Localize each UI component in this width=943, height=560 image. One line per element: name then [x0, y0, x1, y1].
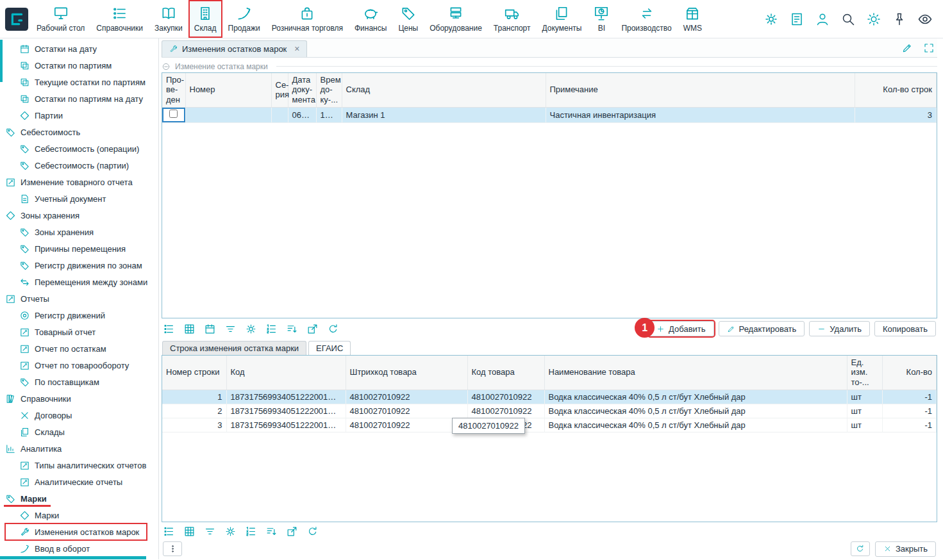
- col-header-ed-izm[interactable]: Ед. изм. то-...: [847, 356, 882, 390]
- topbar-item[interactable]: Транспорт: [488, 0, 537, 38]
- sortlines-icon[interactable]: [265, 525, 278, 538]
- viewlist-icon[interactable]: [163, 323, 175, 335]
- sidebar-horizontal-scrollbar[interactable]: [0, 556, 146, 559]
- sidebar-item[interactable]: Марки: [5, 490, 51, 507]
- export-icon[interactable]: [306, 323, 319, 335]
- topbar-item[interactable]: Справочники: [90, 0, 149, 38]
- topbar-item[interactable]: Склад: [188, 0, 222, 38]
- tab-egais[interactable]: ЕГАИС: [308, 341, 351, 355]
- col-header-shtrihkod[interactable]: Штрихкод товара: [346, 356, 467, 390]
- sidebar-item[interactable]: Зоны хранения: [5, 224, 158, 240]
- sidebar-item[interactable]: Остатки по партиям: [5, 57, 158, 74]
- numlist-icon[interactable]: [245, 525, 257, 538]
- topbar-item[interactable]: Финансы: [349, 0, 392, 38]
- edit-mode-icon[interactable]: [901, 42, 913, 54]
- sidebar-item[interactable]: По поставщикам: [5, 374, 158, 390]
- edit-button[interactable]: Редактировать: [719, 321, 805, 336]
- eye-icon[interactable]: [917, 12, 933, 27]
- col-header-naimenovanie[interactable]: Наименование товара: [544, 356, 847, 390]
- gear-icon[interactable]: [764, 12, 779, 27]
- sidebar-item[interactable]: Справочники: [5, 390, 158, 407]
- gear-icon[interactable]: [245, 323, 257, 335]
- sidebar-item[interactable]: Типы аналитических отчетов: [5, 457, 158, 474]
- sidebar-item[interactable]: Партии: [5, 107, 158, 124]
- grid-icon[interactable]: [183, 323, 196, 335]
- col-header-sklad[interactable]: Склад: [342, 73, 546, 107]
- col-header-primechanie[interactable]: Примечание: [546, 73, 855, 107]
- sidebar-item[interactable]: Договоры: [5, 407, 158, 424]
- refresh-button[interactable]: [851, 541, 870, 556]
- topbar-item[interactable]: Производство: [615, 0, 677, 38]
- sidebar-item[interactable]: Склады: [5, 424, 158, 440]
- sidebar-item[interactable]: Текущие остатки по партиям: [5, 74, 158, 90]
- sidebar-item[interactable]: Ввод в оборот: [5, 540, 158, 557]
- sun-icon[interactable]: [866, 12, 881, 27]
- sidebar-item[interactable]: Регистр движений: [5, 307, 158, 324]
- sidebar-item[interactable]: Зоны хранения: [5, 207, 158, 224]
- fullscreen-icon[interactable]: [923, 42, 935, 54]
- sidebar-item[interactable]: Аналитические отчеты: [5, 474, 158, 490]
- sidebar-item[interactable]: Регистр движения по зонам: [5, 257, 158, 274]
- sidebar-item[interactable]: Товарный отчет: [5, 324, 158, 340]
- search-icon[interactable]: [840, 12, 856, 27]
- proveden-checkbox[interactable]: [169, 110, 178, 118]
- tab-close-icon[interactable]: ×: [294, 44, 299, 54]
- app-logo[interactable]: [3, 0, 31, 38]
- col-header-kod[interactable]: Код: [226, 356, 346, 390]
- tab-stroka-izmeneniya[interactable]: Строка изменения остатка марки: [162, 341, 306, 355]
- sidebar-item[interactable]: Аналитика: [5, 440, 158, 457]
- col-header-vremya[interactable]: Врем до- ку-...: [316, 73, 342, 107]
- topbar-item[interactable]: BI: [587, 0, 615, 38]
- sidebar-item[interactable]: Себестоимость: [5, 124, 158, 140]
- line-row[interactable]: 2 187317569934051222001SBAV... 481002701…: [162, 404, 937, 418]
- col-header-kolvo-strok[interactable]: Кол-во строк: [855, 73, 937, 107]
- sidebar-item[interactable]: Отчет по остаткам: [5, 340, 158, 357]
- topbar-item[interactable]: Закупки: [149, 0, 188, 38]
- calendar-icon[interactable]: [204, 323, 216, 335]
- sidebar-item[interactable]: Себестоимость (операции): [5, 140, 158, 157]
- filter-icon[interactable]: [224, 323, 237, 335]
- topbar-item[interactable]: Цены: [392, 0, 424, 38]
- col-header-kolvo[interactable]: Кол-во: [882, 356, 937, 390]
- close-button[interactable]: Закрыть: [875, 541, 936, 557]
- sidebar-vertical-scrollbar[interactable]: [0, 40, 3, 82]
- sidebar-item[interactable]: Изменение товарного отчета: [5, 174, 158, 190]
- sidebar-item[interactable]: Остатки по партиям на дату: [5, 90, 158, 107]
- tab-izmeneniya-ostatkov-marok[interactable]: Изменения остатков марок ×: [162, 40, 307, 57]
- sortlines-icon[interactable]: [286, 323, 298, 335]
- user-icon[interactable]: [815, 12, 830, 27]
- topbar-item[interactable]: Документы: [537, 0, 588, 38]
- sidebar-item[interactable]: Учетный документ: [5, 190, 158, 207]
- col-header-seriya[interactable]: Се- рия: [271, 73, 288, 107]
- topbar-item[interactable]: Продажи: [222, 0, 266, 38]
- line-row[interactable]: 3 187317569934051222001SBAV... 481002701…: [162, 418, 937, 432]
- more-actions-button[interactable]: [163, 541, 182, 556]
- refresh-icon[interactable]: [327, 323, 339, 335]
- sidebar-item[interactable]: Изменения остатков марок: [5, 523, 147, 540]
- export-icon[interactable]: [286, 525, 298, 538]
- sidebar-item[interactable]: Отчеты: [5, 290, 158, 307]
- refresh-icon[interactable]: [306, 525, 319, 538]
- line-row[interactable]: 1 187317569934051222001SBAV... 481002701…: [162, 390, 937, 404]
- delete-button[interactable]: Удалить: [809, 321, 870, 336]
- topbar-item[interactable]: Рабочий стол: [31, 0, 90, 38]
- col-header-data[interactable]: Дата доку- мента: [288, 73, 316, 107]
- gear-icon[interactable]: [224, 525, 237, 538]
- sidebar-item[interactable]: Перемещения между зонами: [5, 274, 158, 290]
- sidebar-item[interactable]: Остатки на дату: [5, 40, 158, 57]
- topbar-item[interactable]: Оборудование: [424, 0, 488, 38]
- viewlist-icon[interactable]: [163, 525, 175, 538]
- col-header-kod-tovara[interactable]: Код товара: [467, 356, 544, 390]
- topbar-item[interactable]: Розничная торговля: [266, 0, 349, 38]
- numlist-icon[interactable]: [265, 323, 278, 335]
- grid-icon[interactable]: [183, 525, 196, 538]
- col-header-nomer-stroki[interactable]: Номер строки: [162, 356, 226, 390]
- copy-button[interactable]: Копировать: [874, 321, 936, 336]
- topbar-item[interactable]: WMS: [678, 0, 708, 38]
- sidebar-item[interactable]: Причины перемещения: [5, 240, 158, 257]
- sidebar-item[interactable]: Отчет по товарообороту: [5, 357, 158, 374]
- col-header-nomer[interactable]: Номер: [185, 73, 271, 107]
- sidebar-item[interactable]: Себестоимость (партии): [5, 157, 158, 174]
- pin-icon[interactable]: [892, 12, 907, 27]
- collapse-icon[interactable]: [162, 62, 171, 71]
